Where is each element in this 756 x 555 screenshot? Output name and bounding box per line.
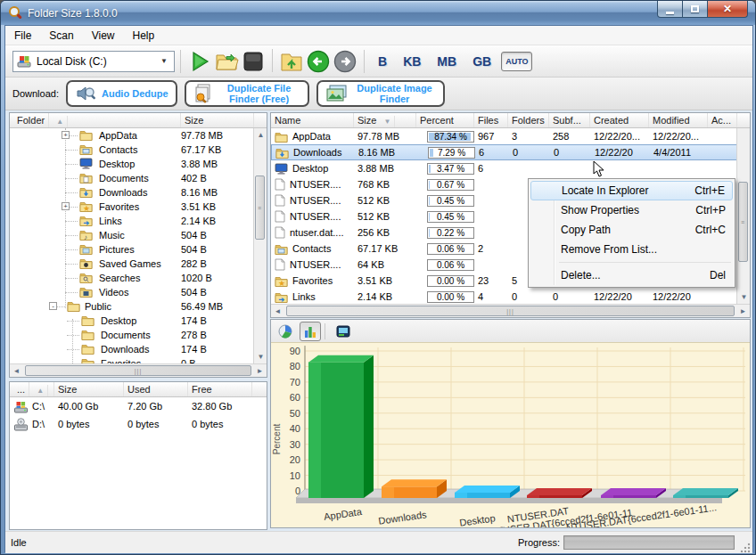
context-menu-item-label: Remove From List...: [561, 243, 657, 256]
tree-item-searches[interactable]: Searches1020 B: [10, 271, 254, 285]
context-menu-item-delete[interactable]: Delete...Del: [530, 265, 733, 285]
menu-help[interactable]: Help: [124, 27, 164, 45]
file-row-name: NTUSER....: [290, 195, 341, 206]
collapse-icon[interactable]: -: [49, 302, 57, 310]
drive-used-column-header[interactable]: Used: [124, 382, 188, 396]
tree-item-pictures[interactable]: Pictures504 B: [10, 242, 254, 257]
column-header-files[interactable]: Files: [474, 113, 508, 127]
download-button-1[interactable]: Audio Dedupe: [66, 80, 177, 107]
scan-button[interactable]: [186, 49, 213, 74]
context-menu-item-copy-path[interactable]: Copy PathCtrl+C: [530, 220, 733, 240]
unit-button-kb[interactable]: KB: [395, 54, 429, 69]
stop-button[interactable]: [240, 49, 267, 74]
unit-button-gb[interactable]: GB: [464, 54, 499, 69]
sort-asc-icon: ▲: [33, 385, 48, 396]
tree-item-size: 97.78 MB: [181, 130, 223, 141]
scroll-up-icon[interactable]: ▲: [254, 128, 267, 142]
percent-meter-text: 0.00 %: [428, 276, 473, 286]
maximize-button[interactable]: [683, 1, 707, 18]
file-row-downloads[interactable]: Downloads8.16 MB7.29 %60012/22/204/4/201…: [271, 144, 737, 160]
file-row-links[interactable]: ➔Links2.14 KB0.00 %40012/22/2012/22/20: [271, 289, 737, 305]
tree-item-music[interactable]: ♪Music504 B: [10, 228, 254, 242]
list-vscroll-thumb[interactable]: ≡: [738, 182, 748, 262]
list-horizontal-scrollbar[interactable]: ◄ ||| ►: [271, 304, 750, 317]
file-row-name: NTUSER....: [290, 179, 341, 190]
context-menu-item-remove-from-list[interactable]: Remove From List...: [530, 240, 733, 259]
close-button[interactable]: ✕: [707, 1, 748, 18]
tree-item-contacts[interactable]: Contacts67.17 KB: [10, 143, 254, 157]
unit-button-auto[interactable]: AUTO: [501, 52, 532, 71]
bar-chart-button[interactable]: [300, 322, 321, 341]
column-header-modified[interactable]: Modified: [649, 113, 708, 127]
size-column-header[interactable]: Size: [181, 113, 254, 127]
context-menu-item-show-properties[interactable]: Show PropertiesCtrl+P: [530, 200, 733, 220]
download-button-2[interactable]: Duplicate File Finder (Free): [185, 80, 309, 107]
tree-item-label: Links: [99, 216, 122, 226]
menu-scan[interactable]: Scan: [40, 27, 82, 45]
scroll-left-icon[interactable]: ◄: [10, 364, 23, 378]
tree-item-downloads[interactable]: Downloads174 B: [10, 342, 254, 356]
download-button-3[interactable]: Duplicate Image Finder: [316, 80, 445, 107]
tree-vscroll-thumb[interactable]: ≡: [255, 175, 265, 240]
column-header-subf[interactable]: Subf...: [549, 113, 590, 127]
tree-item-downloads[interactable]: Downloads8.16 MB: [10, 185, 254, 200]
tree-vertical-scrollbar[interactable]: ▲ ≡ ▼: [253, 128, 267, 363]
scroll-right-icon[interactable]: ►: [253, 364, 267, 378]
export-chart-button[interactable]: [333, 322, 354, 341]
folder-icon: [67, 300, 80, 312]
file-row-appdata[interactable]: AppData97.78 MB87.34 %967325812/22/20...…: [271, 128, 737, 144]
file-row-desktop[interactable]: Desktop3.88 MB3.47 %6: [271, 160, 737, 176]
column-header-created[interactable]: Created: [590, 113, 649, 127]
drive-selector[interactable]: Local Disk (C:) ▼: [12, 51, 175, 72]
open-folder-button[interactable]: [213, 49, 240, 74]
expand-icon[interactable]: +: [62, 131, 70, 139]
tree-item-documents[interactable]: Documents402 B: [10, 171, 254, 185]
minimize-button[interactable]: [657, 1, 683, 18]
duplicate-image-icon: [325, 84, 349, 103]
back-button[interactable]: [305, 49, 332, 74]
tree-item-links[interactable]: ➔Links2.14 KB: [10, 214, 254, 228]
list-hscroll-thumb[interactable]: |||: [286, 306, 735, 316]
tree-item-public[interactable]: -Public56.49 MB: [10, 299, 254, 314]
tree-item-videos[interactable]: Videos504 B: [10, 285, 254, 299]
scroll-left-icon[interactable]: ◄: [271, 305, 284, 318]
unit-button-b[interactable]: B: [370, 54, 395, 69]
drive-size-column-header[interactable]: Size: [54, 382, 124, 396]
svg-text:★: ★: [83, 204, 90, 212]
forward-button[interactable]: [332, 49, 358, 74]
pie-chart-button[interactable]: [275, 322, 296, 341]
folder-up-button[interactable]: [278, 49, 305, 74]
scroll-right-icon[interactable]: ►: [736, 305, 750, 318]
tree-hscroll-thumb[interactable]: |||: [25, 365, 251, 376]
file-row-percent-cell: 7.29 %: [417, 147, 475, 159]
forward-circle-icon: [333, 50, 357, 73]
context-menu-item-locate-in-explorer[interactable]: Locate In ExplorerCtrl+E: [530, 181, 733, 200]
expand-icon[interactable]: +: [62, 202, 70, 210]
scroll-down-icon[interactable]: ▼: [737, 290, 751, 304]
resize-grip[interactable]: [740, 543, 751, 553]
tree-item-desktop[interactable]: Desktop3.88 MB: [10, 157, 254, 171]
tree-connector: [65, 164, 78, 165]
tree-item-favorites[interactable]: +★Favorites3.51 KB: [10, 200, 254, 214]
tree-item-documents[interactable]: Documents278 B: [10, 328, 254, 342]
drive-free-column-header[interactable]: Free: [188, 382, 252, 396]
tree-item-appdata[interactable]: +AppData97.78 MB: [10, 128, 254, 143]
unit-button-mb[interactable]: MB: [429, 54, 464, 69]
tree-item-saved-games[interactable]: Saved Games282 B: [10, 257, 254, 271]
list-vertical-scrollbar[interactable]: ≡ ▼: [736, 128, 750, 304]
tree-connector: [65, 292, 78, 293]
column-header-ac[interactable]: Ac...: [708, 113, 737, 127]
drive-column-header[interactable]: ...▲: [10, 382, 54, 396]
drive-row-d[interactable]: D:\0 bytes0 bytes0 bytes: [10, 415, 267, 433]
column-header-folders[interactable]: Folders: [508, 113, 549, 127]
column-header-name[interactable]: Name: [271, 113, 354, 127]
scroll-down-icon[interactable]: ▼: [254, 350, 267, 363]
folder-column-header[interactable]: Folder▲: [10, 113, 181, 127]
tree-item-desktop[interactable]: Desktop174 B: [10, 314, 254, 328]
menu-file[interactable]: File: [5, 27, 40, 45]
tree-horizontal-scrollbar[interactable]: ◄ ||| ►: [10, 363, 267, 377]
drive-row-c[interactable]: C:\40.00 Gb7.20 Gb32.80 Gb: [10, 397, 267, 415]
column-header-percent[interactable]: Percent: [416, 113, 474, 127]
menu-view[interactable]: View: [83, 27, 124, 45]
column-header-size[interactable]: Size▼: [354, 113, 416, 127]
